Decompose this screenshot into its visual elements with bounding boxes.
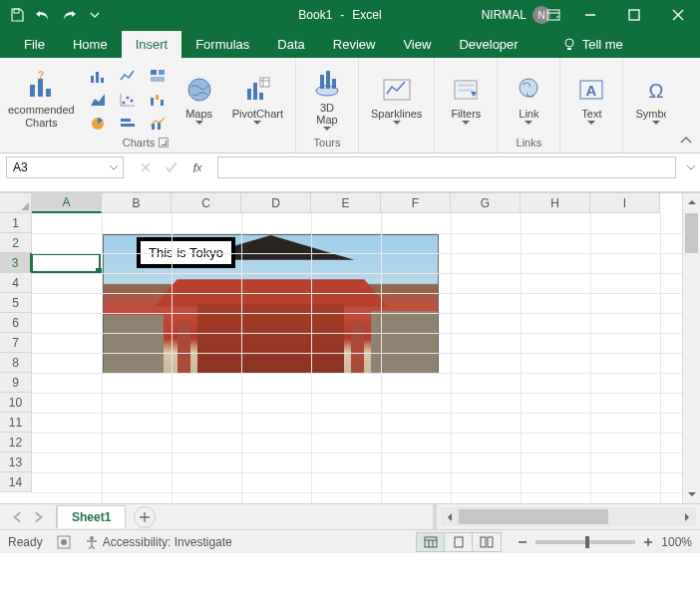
- sheet-tab-sheet1[interactable]: Sheet1: [57, 505, 126, 528]
- horizontal-scrollbar[interactable]: [441, 507, 696, 526]
- zoom-slider[interactable]: [535, 540, 635, 544]
- row-header[interactable]: 14: [0, 472, 32, 492]
- redo-icon[interactable]: [60, 6, 78, 24]
- scroll-right-icon[interactable]: [678, 507, 696, 526]
- scroll-down-icon[interactable]: [683, 485, 700, 503]
- waterfall-chart-icon[interactable]: [145, 89, 171, 111]
- link-button[interactable]: Link: [506, 72, 551, 127]
- charts-dialog-launcher[interactable]: [159, 138, 169, 148]
- row-header[interactable]: 7: [0, 333, 32, 353]
- column-chart-icon[interactable]: [85, 65, 111, 87]
- row-header[interactable]: 6: [0, 313, 32, 333]
- maximize-button[interactable]: [612, 0, 656, 30]
- bar-chart-icon[interactable]: [115, 113, 141, 135]
- symbols-button[interactable]: Ω Symbols: [631, 72, 666, 127]
- text-button[interactable]: A Text: [568, 72, 614, 127]
- scroll-left-icon[interactable]: [441, 507, 459, 526]
- tab-view[interactable]: View: [389, 31, 445, 58]
- zoom-level[interactable]: 100%: [661, 535, 692, 549]
- save-icon[interactable]: [8, 6, 26, 24]
- tab-developer[interactable]: Developer: [445, 31, 531, 58]
- accessibility-status[interactable]: Accessibility: Investigate: [85, 535, 232, 549]
- formula-bar-buttons: fx: [130, 159, 213, 175]
- scroll-up-icon[interactable]: [683, 193, 700, 211]
- row-header[interactable]: 5: [0, 293, 32, 313]
- new-sheet-button[interactable]: [134, 506, 156, 528]
- tab-home[interactable]: Home: [59, 31, 122, 58]
- tell-me[interactable]: Tell me: [552, 31, 633, 58]
- column-header[interactable]: I: [590, 193, 660, 213]
- row-header[interactable]: 9: [0, 373, 32, 393]
- svg-rect-0: [14, 9, 19, 13]
- chevron-down-icon[interactable]: [107, 160, 121, 174]
- row-header[interactable]: 4: [0, 273, 32, 293]
- area-chart-icon[interactable]: [85, 89, 111, 111]
- tab-data[interactable]: Data: [263, 31, 318, 58]
- formula-input[interactable]: [217, 156, 676, 178]
- row-header[interactable]: 12: [0, 433, 32, 452]
- sheet-prev-icon[interactable]: [12, 511, 24, 523]
- cancel-icon[interactable]: [138, 159, 154, 175]
- name-box[interactable]: A3: [6, 156, 124, 178]
- zoom-out-icon[interactable]: [516, 535, 529, 549]
- column-header[interactable]: F: [381, 193, 451, 213]
- column-headers[interactable]: ABCDEFGHI: [32, 193, 682, 213]
- active-cell: [31, 253, 101, 273]
- 3d-map-button[interactable]: 3DMap: [304, 66, 350, 133]
- collapse-ribbon-icon[interactable]: [678, 133, 694, 148]
- vertical-scrollbar[interactable]: [682, 193, 700, 503]
- scatter-chart-icon[interactable]: [115, 89, 141, 111]
- pivotchart-button[interactable]: PivotChart: [228, 72, 287, 127]
- pie-chart-icon[interactable]: [85, 113, 111, 135]
- tab-scroll-divider[interactable]: [433, 504, 437, 529]
- row-header[interactable]: 2: [0, 233, 32, 253]
- row-header[interactable]: 8: [0, 353, 32, 373]
- normal-view-icon[interactable]: [417, 533, 445, 551]
- close-button[interactable]: [656, 0, 700, 30]
- zoom-slider-handle[interactable]: [585, 536, 589, 548]
- row-header[interactable]: 1: [0, 213, 32, 233]
- tab-file[interactable]: File: [10, 31, 59, 58]
- undo-icon[interactable]: [34, 6, 52, 24]
- enter-icon[interactable]: [164, 159, 179, 175]
- row-header[interactable]: 11: [0, 413, 32, 433]
- row-header[interactable]: 10: [0, 393, 32, 413]
- pivotchart-icon: [241, 74, 273, 106]
- insert-function-icon[interactable]: fx: [189, 159, 205, 175]
- line-chart-icon[interactable]: [115, 65, 141, 87]
- row-header[interactable]: 13: [0, 452, 32, 472]
- zoom-in-icon[interactable]: [641, 535, 655, 549]
- page-break-view-icon[interactable]: [473, 533, 501, 551]
- select-all-triangle[interactable]: [0, 193, 32, 213]
- expand-formula-bar-icon[interactable]: [682, 162, 700, 172]
- tab-insert[interactable]: Insert: [122, 31, 182, 58]
- column-header[interactable]: D: [241, 193, 311, 213]
- minimize-button[interactable]: [568, 0, 612, 30]
- ribbon-display-options-icon[interactable]: [538, 0, 568, 30]
- scroll-thumb[interactable]: [685, 213, 698, 253]
- combo-chart-icon[interactable]: [145, 113, 171, 135]
- column-header[interactable]: B: [102, 193, 172, 213]
- column-header[interactable]: H: [521, 193, 590, 213]
- macro-record-icon[interactable]: [57, 535, 71, 549]
- svg-point-3: [565, 39, 573, 47]
- page-layout-view-icon[interactable]: [445, 533, 473, 551]
- recommended-charts-button[interactable]: ? ecommendedCharts: [4, 68, 79, 130]
- qat-customize-icon[interactable]: [86, 6, 104, 24]
- filters-button[interactable]: Filters: [443, 72, 489, 127]
- hierarchy-chart-icon[interactable]: [145, 65, 171, 87]
- row-headers[interactable]: 1234567891011121314: [0, 213, 32, 503]
- sheet-next-icon[interactable]: [32, 511, 44, 523]
- spreadsheet-grid[interactable]: ABCDEFGHI 1234567891011121314 This is To…: [0, 192, 700, 503]
- cells-area[interactable]: This is Tokyo: [32, 213, 682, 503]
- row-header[interactable]: 3: [0, 253, 32, 273]
- column-header[interactable]: G: [451, 193, 521, 213]
- maps-button[interactable]: Maps: [176, 72, 222, 127]
- column-header[interactable]: E: [311, 193, 381, 213]
- sparklines-button[interactable]: Sparklines: [367, 72, 426, 127]
- tab-review[interactable]: Review: [319, 31, 390, 58]
- tab-formulas[interactable]: Formulas: [181, 31, 263, 58]
- column-header[interactable]: C: [172, 193, 241, 213]
- column-header[interactable]: A: [32, 193, 102, 213]
- hscroll-thumb[interactable]: [459, 509, 608, 524]
